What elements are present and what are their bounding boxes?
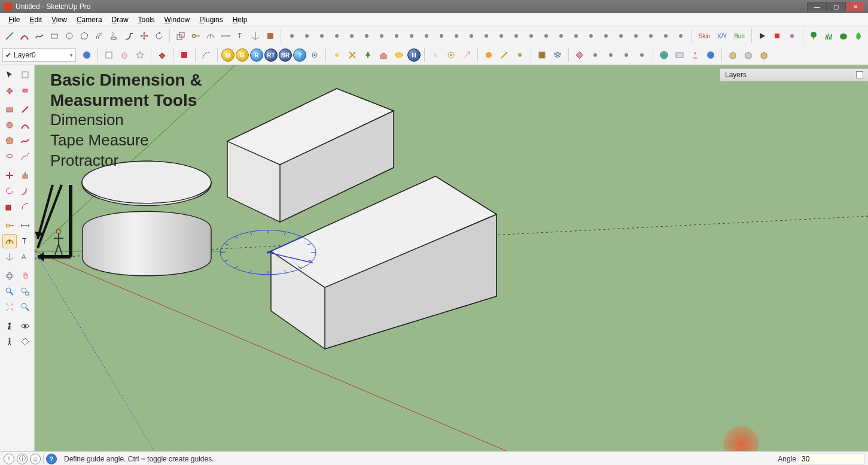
generic-tool-icon[interactable] xyxy=(635,48,649,62)
artisan-icon[interactable] xyxy=(785,29,799,43)
arc-tool-left-icon[interactable] xyxy=(18,118,32,132)
cross-icon[interactable] xyxy=(345,48,360,62)
bezier-tool-icon[interactable] xyxy=(18,149,32,163)
rectangle-icon[interactable] xyxy=(47,29,61,43)
bush-icon[interactable] xyxy=(837,29,851,43)
generic-tool-icon[interactable] xyxy=(479,29,493,43)
pan-icon[interactable] xyxy=(18,269,32,283)
line-left-tool-icon[interactable] xyxy=(18,102,32,117)
g-button[interactable]: G xyxy=(236,48,249,62)
generic-tool-icon[interactable] xyxy=(494,29,508,43)
walk-icon[interactable] xyxy=(2,335,17,349)
previous-view-icon[interactable] xyxy=(18,300,32,314)
generic-tool-icon[interactable] xyxy=(614,29,628,43)
paint-bucket-icon[interactable] xyxy=(155,48,169,62)
pushpull-icon[interactable] xyxy=(107,29,121,43)
generic-tool-icon[interactable] xyxy=(330,29,343,43)
tree-icon[interactable] xyxy=(807,29,821,43)
arrow-icon[interactable] xyxy=(459,48,474,62)
scale-icon[interactable] xyxy=(173,29,187,43)
layer-color-icon[interactable] xyxy=(80,48,94,62)
bub-button[interactable]: Bub xyxy=(731,29,748,43)
select-tool-icon[interactable] xyxy=(2,68,17,82)
freehand-tool-icon[interactable] xyxy=(18,133,32,148)
generic-tool-icon[interactable] xyxy=(588,48,602,62)
sun-icon[interactable] xyxy=(330,48,344,62)
generic-tool-icon[interactable] xyxy=(374,29,388,43)
person-icon[interactable] xyxy=(688,48,702,62)
earth-icon[interactable] xyxy=(703,48,718,62)
dimension-side-icon[interactable] xyxy=(18,218,32,233)
box1-icon[interactable] xyxy=(726,48,740,62)
light-icon[interactable] xyxy=(428,48,443,62)
user-icon[interactable]: ☺ xyxy=(30,454,41,464)
generic-tool-icon[interactable] xyxy=(449,29,463,43)
eraser-tool-icon[interactable] xyxy=(18,83,32,98)
zoom-extents-icon[interactable] xyxy=(2,300,17,314)
arc2-tool-icon[interactable] xyxy=(2,149,17,163)
component-icon[interactable] xyxy=(102,48,116,62)
generic-tool-icon[interactable] xyxy=(659,29,673,43)
protractor-tool-icon[interactable] xyxy=(2,234,17,248)
oval-icon[interactable] xyxy=(392,48,406,62)
layer-selector[interactable]: ✔ Layer0 ▾ xyxy=(2,48,76,62)
move-tool-icon[interactable] xyxy=(2,168,17,183)
stop-icon[interactable] xyxy=(770,29,784,43)
generic-tool-icon[interactable] xyxy=(300,29,313,43)
box2-icon[interactable] xyxy=(741,48,756,62)
grass-icon[interactable] xyxy=(822,29,836,43)
arc-tool-icon[interactable] xyxy=(17,29,31,43)
align-icon[interactable] xyxy=(177,48,191,62)
generic-tool-icon[interactable] xyxy=(629,29,643,43)
diamond-icon[interactable] xyxy=(572,48,587,62)
menu-camera[interactable]: Camera xyxy=(72,14,107,25)
generic-tool-icon[interactable] xyxy=(434,29,448,43)
generic-tool-icon[interactable] xyxy=(345,29,358,43)
map-icon[interactable] xyxy=(672,48,687,62)
freehand-icon[interactable] xyxy=(32,29,46,43)
box3-icon[interactable] xyxy=(757,48,771,62)
generic-tool-icon[interactable] xyxy=(554,29,568,43)
arc-top-icon[interactable] xyxy=(199,48,214,62)
help-icon[interactable]: ? xyxy=(46,454,57,464)
protractor-top-icon[interactable] xyxy=(203,29,217,43)
polygon-icon[interactable] xyxy=(77,29,91,43)
target-icon[interactable] xyxy=(444,48,458,62)
axes-left-icon[interactable] xyxy=(2,250,17,264)
rt-button[interactable]: RT xyxy=(264,48,278,62)
skin-button[interactable]: Skin xyxy=(696,29,713,43)
pushpull-left-icon[interactable] xyxy=(18,168,32,183)
viewport[interactable]: Basic Dimension & Measurment Tools Dimen… xyxy=(35,65,868,451)
maximize-button[interactable]: ▢ xyxy=(826,2,845,11)
menu-plugins[interactable]: Plugins xyxy=(194,14,227,25)
tape-measure-icon[interactable] xyxy=(188,29,202,43)
generic-tool-icon[interactable] xyxy=(674,29,688,43)
globe-icon[interactable] xyxy=(657,48,671,62)
orbit-icon[interactable] xyxy=(2,269,17,283)
vcb-input[interactable] xyxy=(799,454,864,464)
menu-draw[interactable]: Draw xyxy=(107,14,133,25)
move-icon[interactable] xyxy=(137,29,151,43)
menu-window[interactable]: Window xyxy=(160,14,195,25)
followme-left-icon[interactable] xyxy=(18,184,32,198)
generic-tool-icon[interactable] xyxy=(360,29,373,43)
generic-tool-icon[interactable] xyxy=(419,29,433,43)
xy-button[interactable]: X/Y xyxy=(714,29,730,43)
rectangle-tool-icon[interactable] xyxy=(2,102,17,117)
zoom-icon[interactable] xyxy=(2,284,17,299)
generic-tool-icon[interactable] xyxy=(599,29,613,43)
rotate-left-icon[interactable] xyxy=(2,184,17,198)
leaf-icon[interactable] xyxy=(852,29,866,43)
geolocation-icon[interactable]: ! xyxy=(4,454,14,464)
menu-edit[interactable]: Edit xyxy=(25,14,47,25)
axes-icon[interactable] xyxy=(248,29,262,43)
section-plane-icon[interactable] xyxy=(263,29,277,43)
generic-tool-icon[interactable] xyxy=(389,29,403,43)
generic-tool-icon[interactable] xyxy=(604,48,618,62)
sparkle-icon[interactable] xyxy=(513,48,527,62)
generic-tool-icon[interactable] xyxy=(524,29,538,43)
close-button[interactable]: ✕ xyxy=(845,2,864,11)
tree-small-icon[interactable] xyxy=(361,48,375,62)
wand-icon[interactable] xyxy=(497,48,511,62)
info-button[interactable]: ? xyxy=(293,48,306,62)
